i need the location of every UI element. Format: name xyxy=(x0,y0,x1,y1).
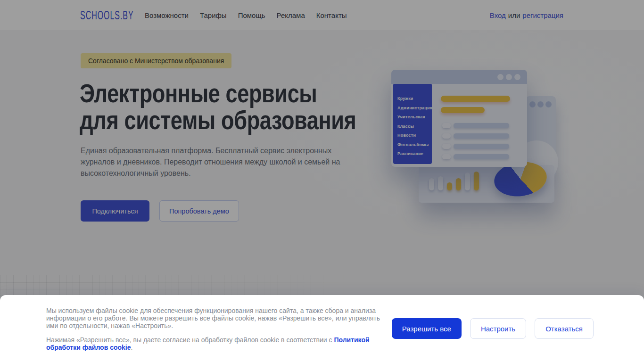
page: SCHOOLS.BY Возможности Тарифы Помощь Рек… xyxy=(0,0,644,362)
cookie-paragraph-2: Нажимая «Разрешить все», вы даете соглас… xyxy=(46,336,386,351)
allow-all-button[interactable]: Разрешить все xyxy=(392,318,462,339)
cookie-paragraph-2-prefix: Нажимая «Разрешить все», вы даете соглас… xyxy=(46,336,334,344)
cookie-paragraph-2-suffix: . xyxy=(131,344,133,351)
cookie-text: Мы используем файлы cookie для обеспечен… xyxy=(46,307,386,351)
configure-button[interactable]: Настроить xyxy=(470,318,526,339)
cookie-actions: Разрешить все Настроить Отказаться xyxy=(392,318,594,339)
cookie-banner: Мы используем файлы cookie для обеспечен… xyxy=(0,295,644,362)
cookie-paragraph-1: Мы используем файлы cookie для обеспечен… xyxy=(46,307,386,330)
decline-button[interactable]: Отказаться xyxy=(535,318,594,339)
